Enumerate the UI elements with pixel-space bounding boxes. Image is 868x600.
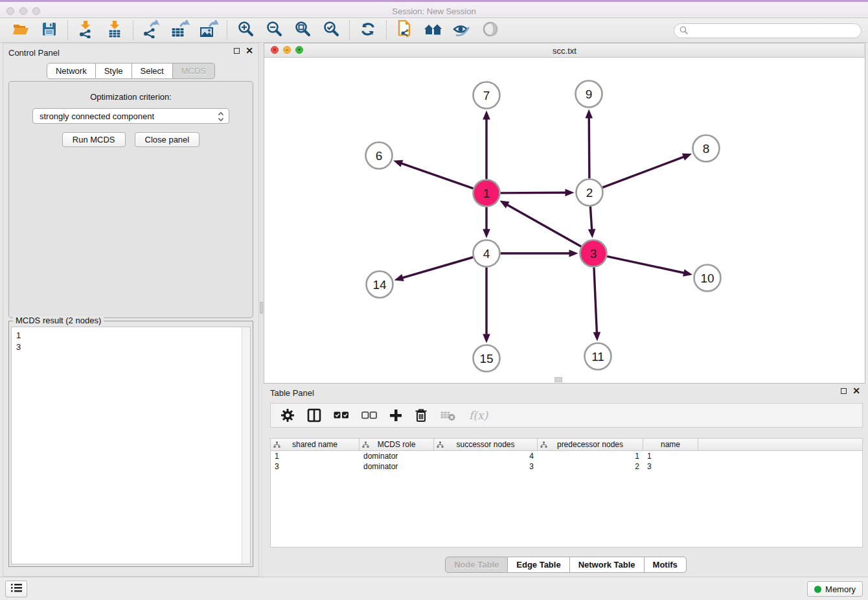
zoom-selected-button[interactable] — [317, 20, 345, 41]
edge-arrowhead — [393, 160, 403, 167]
add-column-button[interactable] — [389, 409, 402, 422]
open-file-button[interactable] — [6, 20, 35, 41]
result-node-id: 1 — [12, 327, 250, 341]
tab-style[interactable]: Style — [96, 63, 132, 79]
zoom-fit-icon — [294, 20, 312, 40]
lens-disabled-button[interactable] — [476, 20, 505, 41]
search-box[interactable] — [674, 23, 862, 38]
cell-shared-name[interactable]: 1 — [271, 451, 360, 461]
column-header-label: successor nodes — [456, 440, 514, 449]
deselect-all-checks-button[interactable] — [361, 411, 377, 420]
table-row[interactable]: 3dominator323 — [271, 461, 862, 472]
edge-2-3[interactable] — [590, 206, 591, 230]
list-icon — [11, 583, 22, 595]
edge-1-6[interactable] — [401, 163, 474, 189]
column-header-name[interactable]: name — [643, 439, 698, 450]
zoom-out-button[interactable] — [260, 20, 288, 41]
control-panel-title: Control Panel — [8, 48, 60, 58]
table-panel-title: Table Panel — [270, 388, 314, 398]
edge-2-9[interactable] — [589, 117, 589, 178]
tab-network-table[interactable]: Network Table — [570, 557, 645, 573]
column-header-shared-name[interactable]: shared name — [271, 439, 360, 450]
graph-node-label: 15 — [479, 352, 493, 365]
edge-2-8[interactable] — [602, 157, 685, 188]
float-table-panel-icon[interactable] — [841, 388, 847, 394]
toolbar-icon-groups — [6, 20, 505, 41]
import-table-button[interactable] — [100, 20, 129, 41]
float-panel-icon[interactable] — [234, 48, 240, 54]
zoom-fit-button[interactable] — [288, 20, 317, 41]
network-canvas[interactable]: 7968124314101511 — [264, 58, 865, 383]
toolbar-separator — [133, 21, 133, 40]
result-scrollbar[interactable] — [242, 327, 250, 564]
gear-button[interactable] — [280, 408, 295, 422]
zoom-in-button[interactable] — [231, 20, 260, 41]
edge-3-10[interactable] — [607, 257, 685, 273]
table-row[interactable]: 1dominator411 — [271, 451, 862, 461]
column-header-MCDS-role[interactable]: MCDS role — [360, 439, 434, 450]
graph-node-label: 14 — [372, 278, 387, 292]
edge-3-1[interactable] — [507, 204, 581, 246]
cell-MCDS-role[interactable]: dominator — [360, 451, 434, 461]
tab-network[interactable]: Network — [47, 63, 96, 79]
canvas-resize-handle[interactable] — [554, 377, 562, 382]
delete-column-button[interactable] — [415, 408, 428, 422]
column-header-label: shared name — [292, 440, 337, 449]
table-toolbar: f(x) — [270, 403, 863, 428]
column-header-predecessor-nodes[interactable]: predecessor nodes — [538, 439, 643, 450]
tab-edge-table[interactable]: Edge Table — [508, 557, 569, 573]
refresh-button[interactable] — [354, 20, 382, 41]
close-panel-button[interactable]: Close panel — [135, 132, 200, 147]
columns-button[interactable] — [307, 408, 321, 422]
duplicate-network-button[interactable] — [391, 20, 419, 41]
tab-node-table[interactable]: Node Table — [445, 557, 508, 573]
cell-MCDS-role[interactable]: dominator — [360, 461, 434, 472]
zoom-in-icon — [237, 20, 255, 40]
export-network-button[interactable] — [137, 20, 166, 41]
select-all-checks-button[interactable] — [334, 411, 349, 420]
edge-arrowhead — [588, 229, 596, 238]
cell-predecessor-nodes[interactable]: 1 — [538, 451, 643, 461]
close-panel-icon[interactable]: ✕ — [246, 47, 253, 54]
cell-successor-nodes[interactable]: 4 — [434, 451, 538, 461]
hide-eye-button[interactable] — [448, 20, 476, 41]
edge-1-2[interactable] — [500, 192, 566, 193]
tab-mcds[interactable]: MCDS — [173, 63, 215, 79]
hierarchy-icon — [273, 441, 280, 450]
run-mcds-button[interactable]: Run MCDS — [62, 132, 126, 147]
export-table-icon — [170, 20, 190, 41]
cell-predecessor-nodes[interactable]: 2 — [538, 461, 643, 472]
home-button[interactable] — [419, 20, 448, 41]
hierarchy-icon — [362, 441, 369, 450]
cell-name[interactable]: 1 — [643, 451, 698, 461]
status-bar: Memory — [0, 577, 868, 600]
vertical-splitter[interactable] — [260, 43, 263, 577]
cell-name[interactable]: 3 — [643, 461, 698, 472]
mcds-result-list[interactable]: 13 — [11, 327, 251, 564]
search-input[interactable] — [691, 25, 861, 37]
node-table[interactable]: shared nameMCDS rolesuccessor nodesprede… — [270, 438, 863, 548]
splitter-handle[interactable] — [260, 302, 263, 314]
table-panel-header: Table Panel ✕ — [264, 384, 868, 400]
edge-4-14[interactable] — [402, 257, 473, 278]
close-table-panel-icon[interactable]: ✕ — [852, 387, 860, 394]
import-network-button[interactable] — [72, 20, 100, 41]
zoom-out-icon — [266, 20, 283, 40]
export-table-button[interactable] — [166, 20, 194, 41]
cell-shared-name[interactable]: 3 — [271, 461, 360, 472]
export-image-button[interactable] — [194, 20, 223, 41]
cell-successor-nodes[interactable]: 3 — [434, 461, 538, 472]
app-titlebar: Session: New Session — [0, 0, 868, 18]
memory-button[interactable]: Memory — [807, 581, 863, 597]
tab-motifs[interactable]: Motifs — [645, 557, 687, 573]
mcds-result-title: MCDS result (2 nodes) — [13, 316, 104, 325]
memory-label: Memory — [825, 584, 856, 594]
column-header-successor-nodes[interactable]: successor nodes — [434, 439, 538, 450]
tab-select[interactable]: Select — [132, 63, 173, 79]
show-panels-button[interactable] — [5, 581, 27, 597]
criterion-dropdown[interactable]: strongly connected component — [32, 108, 229, 124]
edge-arrowhead — [565, 189, 574, 196]
result-node-id: 3 — [12, 341, 250, 353]
edge-3-11[interactable] — [594, 267, 597, 333]
save-session-button[interactable] — [35, 20, 63, 41]
